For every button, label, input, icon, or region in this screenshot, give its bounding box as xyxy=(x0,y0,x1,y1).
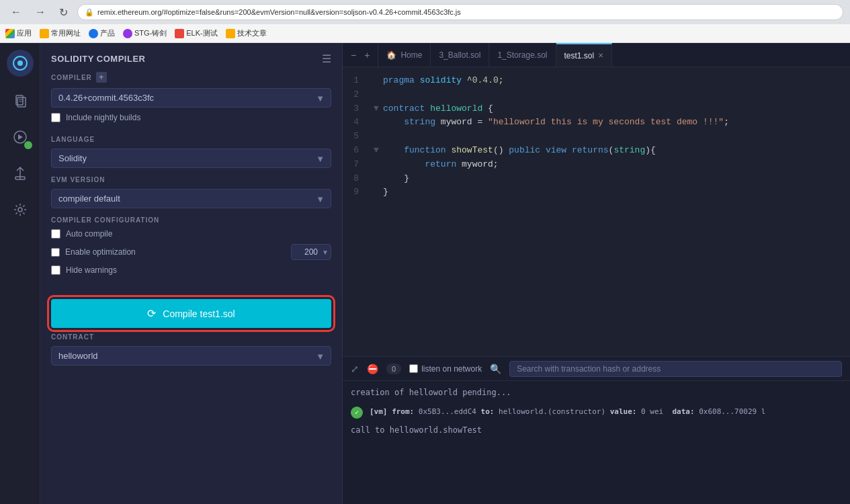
code-line-6: 6 ▼ function showTest() public view retu… xyxy=(343,144,850,158)
bookmark-common[interactable]: 常用网址 xyxy=(40,28,81,38)
forward-button[interactable]: → xyxy=(31,5,50,19)
listen-network-checkbox[interactable] xyxy=(409,364,418,373)
listen-network-text: listen on network xyxy=(421,364,482,374)
remix-logo-btn[interactable] xyxy=(7,50,34,77)
bookmark-stg-label: STG-铸剑 xyxy=(134,28,167,38)
console-area: ⤢ ⛔ 0 listen on network 🔍 Search with tr… xyxy=(343,356,850,504)
home-tab-icon: 🏠 xyxy=(386,50,396,60)
evm-section: EVM VERSION compiler default ▼ xyxy=(40,176,342,216)
console-toolbar: ⤢ ⛔ 0 listen on network 🔍 Search with tr… xyxy=(343,357,850,381)
evm-select-wrapper: compiler default ▼ xyxy=(51,189,331,208)
bookmark-elk-label: ELK-测试 xyxy=(186,28,217,38)
enable-optimization-checkbox[interactable] xyxy=(51,248,60,257)
sidebar-header: SOLIDITY COMPILER ☰ xyxy=(40,43,342,72)
compiler-section: COMPILER + 0.4.26+commit.4563c3fc ▼ Incl… xyxy=(40,72,342,136)
tab-test1-label: test1.sol xyxy=(564,51,595,60)
tab-test1[interactable]: test1.sol ✕ xyxy=(556,43,613,67)
editor-tabs: − + 🏠 Home 3_Ballot.sol 1_Storage.sol te… xyxy=(343,43,850,67)
address-bar[interactable]: 🔒 remix.ethereum.org/#optimize=false&run… xyxy=(77,4,843,20)
compile-button-label: Compile test1.sol xyxy=(163,308,235,319)
apps-icon xyxy=(5,29,15,38)
creation-msg: creation of helloworld pending... xyxy=(351,388,511,397)
language-select[interactable]: Solidity xyxy=(51,149,331,168)
compiler-select[interactable]: 0.4.26+commit.4563c3fc xyxy=(51,88,331,108)
compile-button[interactable]: ⟳ Compile test1.sol xyxy=(51,299,331,328)
sidebar-title: SOLIDITY COMPILER xyxy=(51,54,145,64)
optimization-row: Enable optimization ▼ xyxy=(51,244,331,260)
optimization-runs-input[interactable] xyxy=(291,244,331,260)
remix-logo-icon xyxy=(12,55,28,71)
compile-refresh-icon: ⟳ xyxy=(147,307,156,320)
compiler-add-btn[interactable]: + xyxy=(96,72,107,83)
svg-rect-3 xyxy=(17,97,26,107)
bookmark-apps-label: 应用 xyxy=(17,28,32,38)
code-line-8: 8 } xyxy=(343,172,850,186)
no-entry-btn[interactable]: ⛔ xyxy=(367,364,378,374)
compile-nav-btn[interactable] xyxy=(8,125,32,149)
include-nightly-label: Include nightly builds xyxy=(66,113,140,122)
browser-chrome: ← → ↻ 🔒 remix.ethereum.org/#optimize=fal… xyxy=(0,0,850,24)
files-btn[interactable] xyxy=(8,89,32,113)
tab-home[interactable]: 🏠 Home xyxy=(378,43,431,67)
lock-icon: 🔒 xyxy=(85,8,94,17)
listen-network-label: listen on network xyxy=(409,364,482,374)
search-console-btn[interactable]: 🔍 xyxy=(490,364,501,374)
enable-optimization-label: Enable optimization xyxy=(65,247,136,257)
common-icon xyxy=(40,29,49,38)
sidebar: SOLIDITY COMPILER ☰ COMPILER + 0.4.26+co… xyxy=(40,43,343,504)
contract-select[interactable]: helloworld xyxy=(51,346,331,366)
zoom-out-btn[interactable]: − xyxy=(348,48,359,62)
console-messages: creation of helloworld pending... ✓ [vm]… xyxy=(343,381,850,504)
success-icon: ✓ xyxy=(351,407,363,419)
sidebar-menu-btn[interactable]: ☰ xyxy=(322,52,331,65)
deploy-icon xyxy=(13,166,28,181)
tab-storage[interactable]: 1_Storage.sol xyxy=(489,43,556,67)
language-label: LANGUAGE xyxy=(51,136,331,143)
deploy-btn[interactable] xyxy=(8,161,32,185)
bookmark-apps[interactable]: 应用 xyxy=(5,28,32,38)
console-search-placeholder: Search with transaction hash or address xyxy=(517,364,661,374)
console-search-box[interactable]: Search with transaction hash or address xyxy=(509,361,842,377)
include-nightly-checkbox[interactable] xyxy=(51,113,60,122)
include-nightly-row: Include nightly builds xyxy=(51,113,331,122)
code-line-3: 3 ▼ contract helloworld { xyxy=(343,102,850,116)
product-icon xyxy=(89,29,98,38)
evm-select[interactable]: compiler default xyxy=(51,189,331,208)
bookmark-tech[interactable]: 技术文章 xyxy=(226,28,267,38)
tab-close-btn[interactable]: ✕ xyxy=(598,52,603,59)
settings-icon xyxy=(13,203,27,216)
reload-button[interactable]: ↻ xyxy=(55,5,72,20)
bookmark-common-label: 常用网址 xyxy=(51,28,81,38)
bookmark-stg[interactable]: STG-铸剑 xyxy=(123,28,167,38)
console-msg-1: creation of helloworld pending... xyxy=(351,386,842,399)
settings-btn[interactable] xyxy=(8,198,32,222)
code-line-1: 1 pragma solidity ^0.4.0; xyxy=(343,74,850,88)
back-button[interactable]: ← xyxy=(7,5,26,19)
svg-point-8 xyxy=(18,208,22,212)
svg-point-1 xyxy=(17,60,23,66)
contract-section: CONTRACT helloworld ▼ xyxy=(40,333,342,366)
console-msg-2: ✓ [vm] from: 0x5B3...eddC4 to: helloworl… xyxy=(351,406,842,419)
code-line-4: 4 string myword = "helloworld this is my… xyxy=(343,116,850,130)
zoom-controls: − + xyxy=(343,43,378,67)
code-editor[interactable]: 1 pragma solidity ^0.4.0; 2 3 ▼ contract… xyxy=(343,67,850,356)
contract-select-wrapper: helloworld ▼ xyxy=(51,346,331,366)
bookmark-tech-label: 技术文章 xyxy=(237,28,267,38)
tab-ballot-label: 3_Ballot.sol xyxy=(439,50,480,60)
tech-icon xyxy=(226,29,235,38)
language-section: LANGUAGE Solidity ▼ xyxy=(40,136,342,176)
icon-panel xyxy=(0,43,40,504)
bookmark-elk[interactable]: ELK-测试 xyxy=(175,28,217,38)
optimization-input-wrapper: ▼ xyxy=(291,244,331,260)
expand-console-btn[interactable]: ⤢ xyxy=(351,364,359,374)
tab-ballot[interactable]: 3_Ballot.sol xyxy=(431,43,489,67)
compiler-label: COMPILER + xyxy=(51,72,331,83)
auto-compile-checkbox[interactable] xyxy=(51,229,60,239)
hide-warnings-checkbox[interactable] xyxy=(51,265,60,275)
zoom-in-btn[interactable]: + xyxy=(362,48,372,62)
bookmark-product[interactable]: 产品 xyxy=(89,28,115,38)
hide-warnings-label: Hide warnings xyxy=(66,265,117,275)
contract-label: CONTRACT xyxy=(51,333,331,341)
code-line-7: 7 return myword; xyxy=(343,158,850,172)
language-select-wrapper: Solidity ▼ xyxy=(51,149,331,168)
